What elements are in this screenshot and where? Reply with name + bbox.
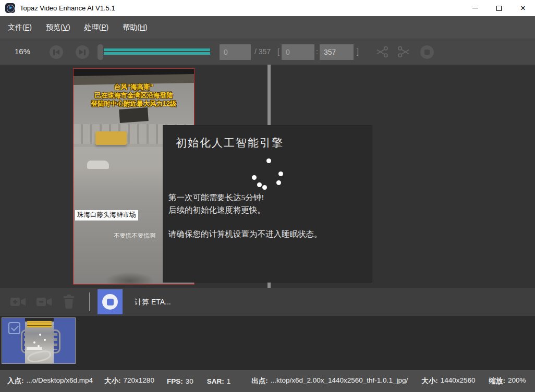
app-logo-icon bbox=[5, 3, 15, 13]
status-bar: 入点: ...o/Desktop/x6d.mp4 大小: 720x1280 FP… bbox=[0, 370, 535, 392]
dialog-line-3: 请确保您的计算机设置为不进入睡眠状态。 bbox=[168, 228, 322, 240]
total-frames-label: / 357 bbox=[254, 47, 271, 56]
dialog-title: 初始化人工智能引擎 bbox=[176, 136, 284, 150]
dialog-line-2: 后续的初始化速度将更快。 bbox=[168, 204, 322, 216]
video-debris-shape bbox=[105, 272, 154, 285]
delete-trash-button[interactable] bbox=[63, 295, 75, 309]
timeline-progress-bar-top[interactable] bbox=[104, 48, 210, 51]
title-bar: Topaz Video Enhance AI V1.5.1 × bbox=[0, 0, 535, 16]
status-scale: 缩放: 200% bbox=[489, 376, 526, 386]
dialog-body-text: 第一次可能需要长达5分钟! 后续的初始化速度将更快。 请确保您的计算机设置为不进… bbox=[168, 191, 322, 240]
clip-checkbox[interactable] bbox=[8, 322, 20, 334]
add-video-button[interactable] bbox=[10, 296, 23, 308]
clip-list-strip bbox=[0, 316, 535, 370]
video-caption-text: 不要慌不要慌啊 bbox=[114, 232, 156, 240]
status-input-size: 大小: 720x1280 bbox=[104, 376, 154, 386]
status-input-file: 入点: ...o/Desktop/x6d.mp4 bbox=[7, 376, 93, 386]
trim-in-scissors-icon[interactable] bbox=[375, 45, 389, 59]
menu-help[interactable]: 帮助(H) bbox=[116, 20, 153, 35]
video-car-shape bbox=[87, 161, 109, 169]
process-toolbar: 计算 ETA... bbox=[0, 288, 535, 316]
stop-processing-icon bbox=[102, 294, 118, 310]
init-engine-dialog: 初始化人工智能引擎 第一次可能需要长达5分钟! 后续的初始化速度将更快。 请确保… bbox=[163, 126, 372, 282]
status-output-file: 出点: ...ktop/x6d_2.00x_1440x2560_thf-1.0.… bbox=[251, 376, 408, 386]
stop-icon bbox=[424, 50, 430, 55]
preview-area: 台风“海高斯” 已在珠海市金湾区沿海登陆 登陆时中心附近最大风力12级 珠海白藤… bbox=[0, 65, 535, 288]
maximize-button[interactable] bbox=[487, 0, 511, 16]
stop-preview-button[interactable] bbox=[420, 45, 434, 59]
video-location-label: 珠海白藤头海鲜市场 bbox=[75, 210, 138, 220]
video-hanging-sign-shape bbox=[119, 107, 149, 123]
trim-out-scissors-icon[interactable] bbox=[397, 45, 411, 59]
stop-processing-button[interactable] bbox=[98, 289, 123, 314]
remove-video-button[interactable] bbox=[36, 296, 50, 308]
current-frame-input[interactable] bbox=[220, 44, 251, 60]
menu-preview[interactable]: 预览(V) bbox=[40, 20, 77, 35]
status-fps: FPS: 30 bbox=[167, 377, 193, 385]
skip-to-start-button[interactable] bbox=[50, 45, 63, 59]
skip-to-end-button[interactable] bbox=[76, 45, 89, 59]
trim-end-input[interactable] bbox=[320, 44, 354, 60]
bracket-close-label: ] bbox=[357, 47, 359, 56]
window-controls: × bbox=[463, 0, 535, 16]
eta-status-text: 计算 ETA... bbox=[135, 298, 171, 307]
video-truck-shape bbox=[95, 131, 127, 145]
close-button[interactable]: × bbox=[511, 0, 535, 16]
minimize-button[interactable] bbox=[463, 0, 487, 16]
trim-separator-label: : bbox=[316, 47, 318, 56]
status-sar: SAR: 1 bbox=[207, 377, 231, 385]
clip-thumbnail-image bbox=[25, 318, 54, 363]
menu-process[interactable]: 处理(P) bbox=[78, 20, 115, 35]
status-output-size: 大小: 1440x2560 bbox=[421, 376, 475, 386]
clip-thumbnail-selected[interactable] bbox=[2, 317, 76, 364]
toolbar-divider bbox=[89, 292, 90, 311]
dialog-line-1: 第一次可能需要长达5分钟! bbox=[168, 191, 322, 204]
zoom-level-value: 16% bbox=[15, 47, 30, 56]
window-title: Topaz Video Enhance AI V1.5.1 bbox=[20, 4, 115, 12]
playback-toolbar: 16% / 357 [ : ] bbox=[0, 39, 535, 65]
skip-end-icon bbox=[79, 50, 86, 55]
menu-bar: 文件(F) 预览(V) 处理(P) 帮助(H) bbox=[0, 16, 535, 39]
video-headline-text: 台风“海高斯” 已在珠海市金湾区沿海登陆 登陆时中心附近最大风力12级 bbox=[74, 83, 194, 108]
trim-start-input[interactable] bbox=[282, 44, 314, 60]
timeline-progress-bar-bottom[interactable] bbox=[104, 52, 210, 55]
skip-start-icon bbox=[53, 50, 59, 55]
maximize-icon bbox=[496, 6, 502, 11]
menu-file[interactable]: 文件(F) bbox=[2, 20, 38, 35]
minimize-icon bbox=[472, 8, 478, 8]
bracket-open-label: [ bbox=[277, 47, 279, 56]
timeline-slider-handle[interactable] bbox=[98, 44, 103, 60]
app-window: Topaz Video Enhance AI V1.5.1 × 文件(F) 预览… bbox=[0, 0, 535, 392]
